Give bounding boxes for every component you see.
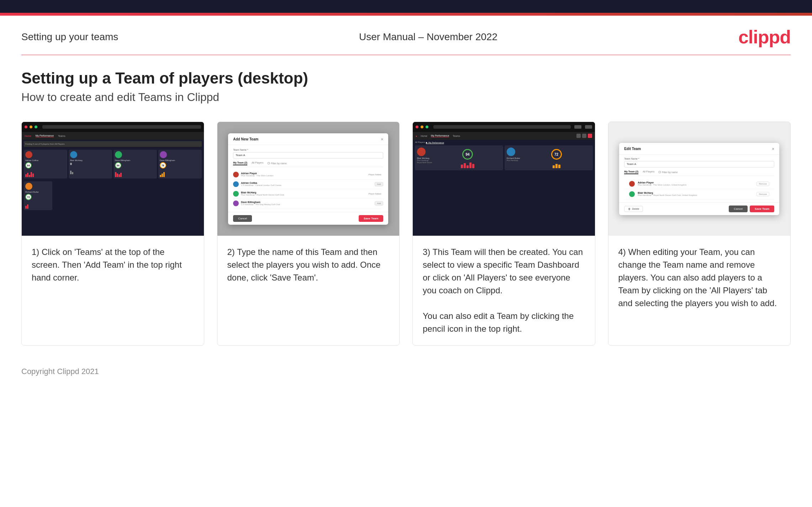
card-3-text: 3) This Team will then be created. You c… (413, 236, 595, 345)
player-name-3: Blair McHarg (241, 191, 364, 194)
page-title: Setting up a Team of players (desktop) (21, 69, 791, 87)
mini-player-1: Adrian Collins 84 (24, 150, 67, 178)
nav-players-3: Teams (453, 135, 460, 137)
player-info-2: Adrian Coliba 1.5 Handicap · Central Lon… (241, 182, 372, 186)
card-3-description: 3) This Team will then be created. You c… (423, 246, 585, 335)
player-club-1: Plus Handicap · The Shire London (241, 175, 364, 177)
player-avatar-3 (233, 191, 239, 197)
player-status-1: Player Added (367, 173, 384, 176)
edit-player-club-1: Plus Handicap · The Shire London, United… (638, 184, 754, 186)
edit-tab-all-players[interactable]: All Players (643, 170, 654, 174)
player-list: Adrian Player Plus Handicap · The Shire … (233, 170, 383, 208)
remove-player-1-button[interactable]: Remove (756, 182, 769, 186)
card-4: Edit Team × Team Name * Team A My Team (… (608, 122, 791, 346)
player-add-4[interactable]: Add (375, 201, 384, 206)
footer: Copyright Clippd 2021 (0, 367, 812, 387)
player-info-4: Dave Billingham 1.5 Handicap · The Dog M… (241, 201, 372, 206)
header-manual-label: User Manual – November 2022 (359, 31, 497, 43)
filter-label: Finding 5 out of 5 players from All Play… (25, 143, 65, 145)
player-row-3: Blair McHarg Plus Handicap · Royal North… (233, 189, 383, 199)
player-row-2: Adrian Coliba 1.5 Handicap · Central Lon… (233, 180, 383, 189)
cards-grid: Home My Performance Teams Finding 5 out … (0, 122, 812, 367)
edit-player-row-1: Adrian Player Plus Handicap · The Shire … (624, 179, 774, 189)
player-row-4: Dave Billingham 1.5 Handicap · The Dog M… (233, 199, 383, 208)
accent-bar (0, 13, 812, 16)
top-bar (0, 0, 812, 13)
edit-player-avatar-2 (629, 191, 635, 197)
team-name-input[interactable]: Team A (233, 152, 383, 159)
card-4-description: 4) When editing your Team, you can chang… (618, 246, 781, 310)
tab-all-players[interactable]: All Players (252, 161, 263, 165)
add-team-dialog-mockup: Add New Team × Team Name * Team A My Tea… (217, 122, 400, 236)
player-club-2: 1.5 Handicap · Central London Golf Centr… (241, 184, 372, 186)
dialog-footer: Cancel Save Team (228, 212, 388, 225)
edit-dialog-header: Edit Team × (619, 143, 779, 155)
nav-teams: My Performance (36, 134, 54, 137)
dot-yellow (30, 126, 32, 128)
header-section-label: Setting up your teams (21, 31, 118, 43)
player-info-3: Blair McHarg Plus Handicap · Royal North… (241, 191, 364, 196)
field-label: Team Name * (233, 149, 383, 151)
edit-tab-my-team[interactable]: My Team (2) (624, 170, 638, 174)
filter-by-name: Filter by name (268, 161, 286, 165)
dialog-header: Add New Team × (228, 133, 388, 145)
edit-team-name-input[interactable]: Team A (624, 161, 774, 167)
card-2: Add New Team × Team Name * Team A My Tea… (217, 122, 400, 346)
card-1: Home My Performance Teams Finding 5 out … (21, 122, 204, 346)
dot-red-3 (416, 126, 418, 128)
mini-player-5: Richard Butler 72 (24, 181, 52, 210)
save-team-button[interactable]: Save Team (359, 215, 383, 222)
card-3-screenshot: ● Home My Performance Teams All Players … (413, 122, 595, 236)
card-3: ● Home My Performance Teams All Players … (412, 122, 595, 346)
edit-field-label: Team Name * (624, 158, 774, 160)
player-name-2: Adrian Coliba (241, 182, 372, 184)
edit-player-row-2: Blair McHarg Plus Handicap · Royal North… (624, 189, 774, 199)
player-avatar-1 (233, 172, 239, 177)
edit-player-club-2: Plus Handicap · Royal North Devon Golf C… (638, 194, 754, 196)
edit-dialog-footer: 🗑 Delete Cancel Save Team (619, 202, 779, 215)
card-2-description: 2) Type the name of this Team and then s… (227, 246, 390, 284)
edit-dialog-tabs: My Team (2) All Players Filter by name (624, 170, 774, 176)
nav-teams-3: My Performance (431, 134, 449, 137)
remove-player-2-button[interactable]: Remove (756, 192, 769, 196)
nav-players: Teams (58, 135, 65, 137)
dialog-close-icon[interactable]: × (381, 137, 383, 142)
trash-icon: 🗑 (628, 208, 631, 210)
delete-team-button[interactable]: 🗑 Delete (624, 206, 643, 212)
card-1-description: 1) Click on 'Teams' at the top of the sc… (32, 246, 194, 284)
cancel-button[interactable]: Cancel (233, 215, 252, 222)
edit-team-dialog-mockup: Edit Team × Team Name * Team A My Team (… (608, 122, 791, 236)
header-divider (21, 55, 791, 55)
copyright-text: Copyright Clippd 2021 (21, 367, 99, 376)
player-club-3: Plus Handicap · Royal North Devon Golf C… (241, 194, 364, 196)
player-name-1: Adrian Player (241, 172, 364, 175)
edit-team-dialog: Edit Team × Team Name * Team A My Team (… (619, 143, 779, 215)
card-4-screenshot: Edit Team × Team Name * Team A My Team (… (608, 122, 791, 236)
dot-green (35, 126, 37, 128)
dialog-title: Add New Team (233, 137, 258, 141)
edit-player-info-2: Blair McHarg Plus Handicap · Royal North… (638, 192, 754, 196)
player-avatar-2 (233, 181, 239, 187)
nav-logo-3: ● (416, 135, 417, 137)
edit-dialog-body: Team Name * Team A My Team (2) All Playe… (619, 155, 779, 202)
player-name-4: Dave Billingham (241, 201, 372, 203)
clippd-logo: clippd (738, 26, 791, 48)
page-subtitle: How to create and edit Teams in Clippd (21, 91, 791, 104)
dot-red (25, 126, 27, 128)
edit-dialog-close-icon[interactable]: × (772, 146, 774, 151)
player-add-2[interactable]: Add (375, 182, 384, 186)
page-title-section: Setting up a Team of players (desktop) H… (0, 69, 812, 122)
edit-save-team-button[interactable]: Save Team (750, 206, 774, 212)
dialog-tabs: My Team (2) All Players Filter by name (233, 161, 383, 167)
player-row-1: Adrian Player Plus Handicap · The Shire … (233, 170, 383, 180)
tab-my-team[interactable]: My Team (2) (233, 161, 247, 165)
card-2-text: 2) Type the name of this Team and then s… (217, 236, 400, 345)
card-1-text: 1) Click on 'Teams' at the top of the sc… (22, 236, 204, 345)
mini-player-2: Blair McHarg 0 (69, 150, 112, 178)
team-player-card-2: Richard Butler Plus Handicap 72 (505, 145, 593, 170)
edit-player-name-1: Adrian Player (638, 181, 754, 184)
edit-cancel-button[interactable]: Cancel (729, 206, 748, 212)
edit-player-name-2: Blair McHarg (638, 192, 754, 194)
dot-yellow-3 (421, 126, 423, 128)
dot-green-3 (426, 126, 428, 128)
